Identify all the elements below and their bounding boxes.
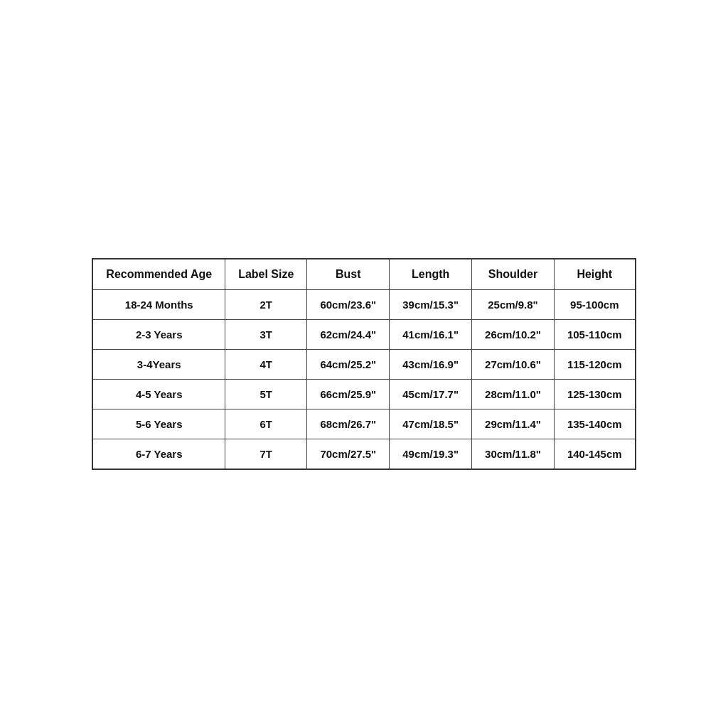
cell-shoulder: 30cm/11.8" — [472, 439, 555, 470]
cell-label-size: 5T — [225, 380, 307, 410]
cell-shoulder: 26cm/10.2" — [472, 320, 555, 350]
cell-age: 18-24 Months — [92, 290, 225, 320]
cell-age: 2-3 Years — [92, 320, 225, 350]
cell-height: 140-145cm — [554, 439, 635, 470]
cell-shoulder: 25cm/9.8" — [472, 290, 555, 320]
cell-shoulder: 28cm/11.0" — [472, 380, 555, 410]
cell-bust: 60cm/23.6" — [307, 290, 390, 320]
cell-bust: 66cm/25.9" — [307, 380, 390, 410]
cell-bust: 68cm/26.7" — [307, 410, 390, 439]
cell-label-size: 2T — [225, 290, 307, 320]
cell-age: 4-5 Years — [92, 380, 225, 410]
col-header-bust: Bust — [307, 259, 390, 290]
cell-length: 45cm/17.7" — [390, 380, 472, 410]
cell-age: 6-7 Years — [92, 439, 225, 470]
col-header-age: Recommended Age — [92, 259, 225, 290]
table-row: 2-3 Years3T62cm/24.4"41cm/16.1"26cm/10.2… — [92, 320, 635, 350]
cell-label-size: 3T — [225, 320, 307, 350]
cell-age: 3-4Years — [92, 350, 225, 380]
cell-length: 49cm/19.3" — [390, 439, 472, 470]
cell-length: 47cm/18.5" — [390, 410, 472, 439]
col-header-shoulder: Shoulder — [472, 259, 555, 290]
cell-height: 125-130cm — [554, 380, 635, 410]
cell-height: 115-120cm — [554, 350, 635, 380]
col-header-length: Length — [390, 259, 472, 290]
table-wrapper: Recommended Age Label Size Bust Length S… — [85, 251, 643, 477]
table-row: 5-6 Years6T68cm/26.7"47cm/18.5"29cm/11.4… — [92, 410, 635, 439]
page-container: Recommended Age Label Size Bust Length S… — [0, 0, 728, 728]
cell-bust: 70cm/27.5" — [307, 439, 390, 470]
header-row: Recommended Age Label Size Bust Length S… — [92, 259, 635, 290]
col-header-height: Height — [554, 259, 635, 290]
cell-height: 95-100cm — [554, 290, 635, 320]
table-row: 4-5 Years5T66cm/25.9"45cm/17.7"28cm/11.0… — [92, 380, 635, 410]
table-row: 3-4Years4T64cm/25.2"43cm/16.9"27cm/10.6"… — [92, 350, 635, 380]
cell-height: 135-140cm — [554, 410, 635, 439]
col-header-label-size: Label Size — [225, 259, 307, 290]
table-row: 18-24 Months2T60cm/23.6"39cm/15.3"25cm/9… — [92, 290, 635, 320]
cell-length: 43cm/16.9" — [390, 350, 472, 380]
cell-length: 41cm/16.1" — [390, 320, 472, 350]
cell-age: 5-6 Years — [92, 410, 225, 439]
cell-shoulder: 29cm/11.4" — [472, 410, 555, 439]
cell-bust: 62cm/24.4" — [307, 320, 390, 350]
cell-shoulder: 27cm/10.6" — [472, 350, 555, 380]
table-row: 6-7 Years7T70cm/27.5"49cm/19.3"30cm/11.8… — [92, 439, 635, 470]
cell-label-size: 6T — [225, 410, 307, 439]
cell-height: 105-110cm — [554, 320, 635, 350]
cell-length: 39cm/15.3" — [390, 290, 472, 320]
cell-bust: 64cm/25.2" — [307, 350, 390, 380]
cell-label-size: 4T — [225, 350, 307, 380]
cell-label-size: 7T — [225, 439, 307, 470]
size-chart-table: Recommended Age Label Size Bust Length S… — [92, 258, 636, 470]
